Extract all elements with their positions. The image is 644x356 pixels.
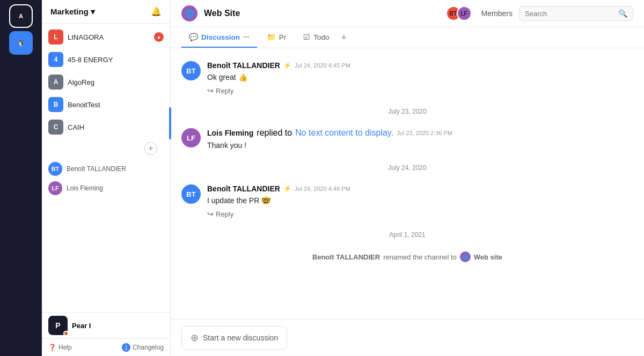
sidebar-add-row: +	[42, 140, 170, 157]
recent-user-lois: LF Lois Fleming	[42, 179, 170, 198]
tab-todo[interactable]: ☑ Todo	[296, 27, 336, 48]
channel-header-name: Web Site	[204, 9, 240, 18]
reply-label-msg3: Reply	[216, 210, 233, 218]
main-content: 🌐 Web Site BT LF Members 🔍 💬 Discussion …	[171, 0, 644, 356]
messages-area: BT Benoît TALLANDIER ⚡ Jul 24, 2020 4:45…	[171, 48, 644, 319]
add-channel-button[interactable]: +	[144, 142, 157, 155]
date-separator-msg4: April 1, 2021	[171, 222, 644, 247]
recent-user-avatar-benoit: BT	[48, 162, 62, 176]
tab-label-todo: Todo	[313, 33, 329, 41]
workspace-icon-2[interactable]: 🐧	[9, 31, 33, 55]
date-separator-msg2: July 23, 2020	[171, 99, 644, 124]
workspace-name[interactable]: Marketing ▾	[50, 7, 95, 17]
channel-item-benoittest[interactable]: B BenoitTest	[42, 93, 170, 116]
replied-to-prefix-msg2: replied to	[257, 128, 292, 138]
msg-lightning-msg3: ⚡	[283, 185, 291, 192]
tab-more-menu[interactable]: ···	[243, 33, 250, 41]
recent-user-name-lois: Lois Fleming	[67, 184, 103, 192]
tab-icon-discussion: 💬	[189, 33, 198, 41]
msg-avatar-msg3: BT	[181, 184, 201, 204]
changelog-link[interactable]: 1 Changelog	[122, 343, 164, 352]
channel-avatar-benoittest: B	[48, 97, 63, 112]
msg-time-msg2: Jul 23, 2020 2:36 PM	[397, 130, 452, 136]
plus-circle-icon: ⊕	[191, 332, 199, 344]
msg-body-msg1: Benoît TALLANDIER ⚡ Jul 24, 2020 4:45 PM…	[207, 61, 633, 95]
channel-list: L LINAGORA ● 4 45-8 ENERGY A AlgoReg B B…	[42, 24, 170, 140]
search-input[interactable]	[525, 10, 615, 18]
channel-avatar-45-8-energy: 4	[48, 52, 63, 67]
tabs-bar: 💬 Discussion ··· 📁 Pr ☑ Todo +	[171, 27, 644, 48]
date-separator-msg3: July 24, 2020	[171, 155, 644, 180]
add-tab-button[interactable]: +	[341, 32, 347, 43]
channel-item-caih[interactable]: C CAIH	[42, 116, 170, 138]
sidebar-footer: ❓ Help 1 Changelog	[42, 338, 170, 356]
new-discussion-area: ⊕ Start a new discussion	[171, 319, 644, 356]
channel-name-caih: CAIH	[68, 123, 84, 131]
tab-label-pr: Pr	[279, 33, 287, 41]
msg-body-msg3: Benoît TALLANDIER ⚡Jul 24, 2020 4:48 PM …	[207, 184, 633, 218]
recent-users-section: BT Benoît TALLANDIER LF Lois Fleming	[42, 157, 170, 200]
msg-body-msg2: Lois Fleming replied to No text content …	[207, 128, 633, 151]
channel-avatar-caih: C	[48, 120, 63, 135]
workspace-icon-active[interactable]: A	[9, 4, 33, 28]
channel-header-icon: 🌐	[181, 5, 197, 21]
msg-text-msg1: Ok great 👍	[207, 72, 633, 83]
help-link[interactable]: ❓ Help	[48, 344, 72, 351]
resize-handle[interactable]	[169, 107, 171, 139]
msg-avatar-msg2: LF	[181, 128, 201, 147]
msg-lightning-msg1: ⚡	[283, 62, 291, 69]
channel-name-algoreg: AlgoReg	[68, 78, 94, 86]
header-right: BT LF Members 🔍	[446, 6, 633, 21]
msg-text-msg3: I update the PR 🤓	[207, 195, 633, 206]
workspace-sidebar: A 🐧	[0, 0, 42, 356]
bottom-user-section: P Pear I	[42, 312, 170, 338]
system-channel-icon: 🌐	[460, 251, 471, 262]
channel-avatar-algoreg: A	[48, 75, 63, 90]
members-avatars: BT LF	[446, 6, 472, 21]
msg-time-msg3: Jul 24, 2020 4:48 PM	[295, 186, 350, 192]
channel-name-benoittest: BenoitTest	[68, 101, 100, 109]
tab-icon-todo: ☑	[303, 33, 310, 41]
new-discussion-label: Start a new discussion	[203, 333, 278, 342]
channel-sidebar: Marketing ▾ 🔔 L LINAGORA ● 4 45-8 ENERGY…	[42, 0, 171, 356]
member-avatar-2: LF	[457, 6, 472, 21]
channel-item-linagora[interactable]: L LINAGORA ●	[42, 26, 170, 48]
tab-label-discussion: Discussion	[201, 33, 240, 41]
message-msg3: BT Benoît TALLANDIER ⚡Jul 24, 2020 4:48 …	[171, 180, 644, 222]
channel-item-algoreg[interactable]: A AlgoReg	[42, 71, 170, 93]
msg-author-msg2: Lois Fleming	[207, 129, 253, 137]
reply-arrow-icon: ↪	[207, 86, 214, 95]
msg-avatar-msg1: BT	[181, 61, 201, 80]
sidebar-header: Marketing ▾ 🔔	[42, 0, 170, 24]
msg-time-msg1: Jul 24, 2020 4:45 PM	[295, 62, 350, 69]
channel-header: 🌐 Web Site BT LF Members 🔍	[171, 0, 644, 27]
new-discussion-button[interactable]: ⊕ Start a new discussion	[181, 326, 287, 350]
message-msg2: LF Lois Fleming replied to No text conte…	[171, 124, 644, 155]
current-user-name: Pear I	[72, 322, 91, 330]
channel-name-linagora: LINAGORA	[68, 33, 104, 41]
msg-text-msg2: Thank you !	[207, 140, 633, 151]
msg-author-msg3: Benoît TALLANDIER	[207, 184, 280, 193]
channel-avatar-linagora: L	[48, 29, 63, 44]
reply-button-msg3[interactable]: ↪ Reply	[207, 210, 233, 218]
channel-badge-linagora: ●	[154, 32, 164, 42]
replied-to-link-msg2[interactable]: No text content to display.	[295, 128, 393, 138]
msg-author-msg1: Benoît TALLANDIER	[207, 61, 280, 70]
reply-button-msg1[interactable]: ↪ Reply	[207, 86, 233, 95]
channel-item-45-8-energy[interactable]: 4 45-8 ENERGY	[42, 48, 170, 71]
search-icon: 🔍	[618, 9, 627, 18]
tab-icon-pr: 📁	[267, 33, 276, 41]
notifications-bell[interactable]: 🔔	[151, 6, 162, 17]
system-message-msg4: Benoît TALLANDIER renamed the channel to…	[171, 247, 644, 266]
message-msg1: BT Benoît TALLANDIER ⚡ Jul 24, 2020 4:45…	[171, 57, 644, 99]
tab-pr[interactable]: 📁 Pr	[259, 27, 294, 48]
current-user-avatar: P	[48, 316, 68, 335]
system-msg-action: renamed the channel to	[383, 253, 457, 261]
system-msg-author: Benoît TALLANDIER	[312, 253, 380, 261]
members-button[interactable]: Members	[481, 9, 513, 18]
changelog-badge: 1	[122, 343, 130, 352]
tab-discussion[interactable]: 💬 Discussion ···	[181, 27, 257, 48]
system-channel-name: Web site	[474, 253, 502, 261]
recent-user-avatar-lois: LF	[48, 181, 62, 195]
channel-name-45-8-energy: 45-8 ENERGY	[68, 56, 113, 64]
